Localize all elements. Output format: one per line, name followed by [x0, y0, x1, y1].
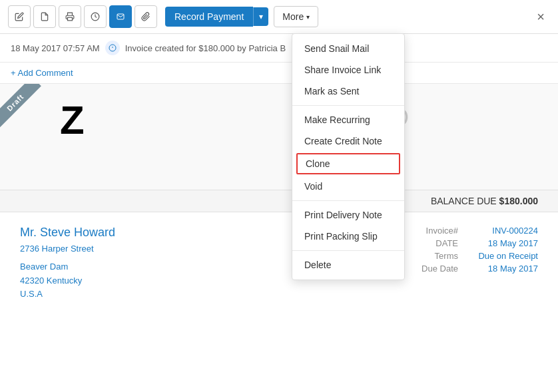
- balance-due-amount: $180.000: [499, 196, 538, 206]
- invoice-header: Draft Z INVO: [0, 84, 558, 190]
- billing-city: Beaver Dam: [20, 260, 115, 274]
- more-label: More: [282, 11, 304, 22]
- invoice-details: Mr. Steve Howard 2736 Harper Street Beav…: [0, 212, 558, 315]
- billing-country: U.S.A: [20, 288, 115, 301]
- invoice-meta: Invoice# INV-000224 DATE 18 May 2017 Ter…: [418, 226, 538, 301]
- balance-due-bar: BALANCE DUE $180.000: [0, 190, 558, 212]
- record-payment-dropdown-button[interactable]: ▾: [253, 7, 268, 26]
- edit-button[interactable]: [8, 5, 31, 28]
- attach-button[interactable]: [135, 5, 157, 28]
- dropdown-divider: [292, 200, 404, 201]
- dropdown-item-clone[interactable]: Clone: [296, 153, 400, 174]
- balance-due-label: BALANCE DUE: [431, 196, 497, 206]
- dropdown-item-print-packing-slip[interactable]: Print Packing Slip: [292, 226, 404, 247]
- activity-message: Invoice created for $180.000 by Patricia…: [125, 43, 286, 53]
- company-logo: Z: [60, 97, 85, 143]
- dropdown-item-print-delivery-note[interactable]: Print Delivery Note: [292, 204, 404, 226]
- invoice-number-value: INV-000224: [471, 226, 538, 236]
- dropdown-item-mark-as-sent[interactable]: Mark as Sent: [292, 81, 404, 102]
- print-button[interactable]: [59, 5, 81, 28]
- modal-container: Record Payment ▾ More ▾ × 18 May 2017 07…: [0, 0, 558, 392]
- email-button[interactable]: [109, 5, 132, 28]
- dropdown-item-create-credit-note[interactable]: Create Credit Note: [292, 130, 404, 152]
- more-caret-icon: ▾: [306, 13, 310, 21]
- activity-bar: 18 May 2017 07:57 AM Invoice created for…: [0, 34, 558, 63]
- draft-ribbon-text: Draft: [0, 84, 41, 128]
- meta-row-due-date: Due Date 18 May 2017: [418, 264, 538, 274]
- record-payment-button[interactable]: Record Payment: [165, 7, 253, 27]
- meta-row-date: DATE 18 May 2017: [418, 238, 538, 248]
- close-button[interactable]: ×: [531, 7, 550, 27]
- billing-name: Mr. Steve Howard: [20, 226, 115, 240]
- invoice-body: Draft Z INVO BALANCE DUE $180.000 Mr. St…: [0, 84, 558, 350]
- toolbar: Record Payment ▾ More ▾ ×: [0, 0, 558, 34]
- billing-address: Mr. Steve Howard 2736 Harper Street Beav…: [20, 226, 115, 301]
- more-button[interactable]: More ▾: [274, 6, 318, 27]
- dropdown-item-delete[interactable]: Delete: [292, 254, 404, 276]
- pdf-button[interactable]: [33, 5, 56, 28]
- meta-row-terms: Terms Due on Receipt: [418, 251, 538, 261]
- terms-value: Due on Receipt: [471, 251, 538, 261]
- draft-ribbon: Draft: [0, 84, 53, 137]
- add-comment-link[interactable]: + Add Comment: [0, 63, 558, 84]
- dropdown-item-send-snail-mail[interactable]: Send Snail Mail: [292, 38, 404, 59]
- billing-state-zip: 42320 Kentucky: [20, 274, 115, 288]
- due-date-value: 18 May 2017: [471, 264, 538, 274]
- billing-street: 2736 Harper Street: [20, 242, 115, 256]
- history-button[interactable]: [84, 5, 107, 28]
- date-value: 18 May 2017: [471, 238, 538, 248]
- record-payment-group: Record Payment ▾: [165, 7, 268, 27]
- dropdown-item-share-invoice-link[interactable]: Share Invoice Link: [292, 59, 404, 81]
- more-dropdown-menu: Send Snail MailShare Invoice LinkMark as…: [292, 33, 405, 280]
- activity-timestamp: 18 May 2017 07:57 AM: [11, 43, 100, 53]
- dropdown-item-void[interactable]: Void: [292, 176, 404, 197]
- dropdown-item-make-recurring[interactable]: Make Recurring: [292, 109, 404, 130]
- terms-label: Terms: [418, 251, 458, 261]
- date-label: DATE: [418, 238, 458, 248]
- activity-icon: [105, 41, 120, 55]
- svg-rect-0: [68, 17, 73, 21]
- invoice-number-label: Invoice#: [418, 226, 458, 236]
- meta-row-invoice: Invoice# INV-000224: [418, 226, 538, 236]
- dropdown-divider: [292, 105, 404, 106]
- dropdown-divider: [292, 250, 404, 251]
- due-date-label: Due Date: [418, 264, 458, 274]
